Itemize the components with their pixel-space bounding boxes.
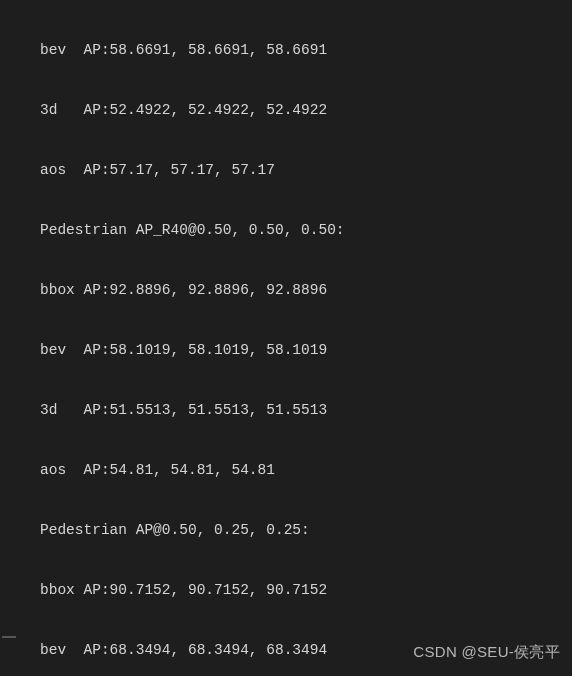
output-line: bbox AP:92.8896, 92.8896, 92.8896	[40, 280, 572, 300]
output-line: bev AP:58.6691, 58.6691, 58.6691	[40, 40, 572, 60]
output-line: 3d AP:52.4922, 52.4922, 52.4922	[40, 100, 572, 120]
gutter-mark	[2, 636, 16, 638]
code-area[interactable]: bev AP:58.6691, 58.6691, 58.6691 3d AP:5…	[24, 0, 572, 676]
output-line: aos AP:57.17, 57.17, 57.17	[40, 160, 572, 180]
output-line: 3d AP:51.5513, 51.5513, 51.5513	[40, 400, 572, 420]
output-line: Pedestrian AP@0.50, 0.25, 0.25:	[40, 520, 572, 540]
output-line: aos AP:54.81, 54.81, 54.81	[40, 460, 572, 480]
output-line: bev AP:58.1019, 58.1019, 58.1019	[40, 340, 572, 360]
output-line: Pedestrian AP_R40@0.50, 0.50, 0.50:	[40, 220, 572, 240]
gutter	[0, 0, 24, 676]
editor-pane: bev AP:58.6691, 58.6691, 58.6691 3d AP:5…	[0, 0, 572, 676]
watermark-text: CSDN @SEU-侯亮平	[413, 642, 560, 662]
output-line: bbox AP:90.7152, 90.7152, 90.7152	[40, 580, 572, 600]
